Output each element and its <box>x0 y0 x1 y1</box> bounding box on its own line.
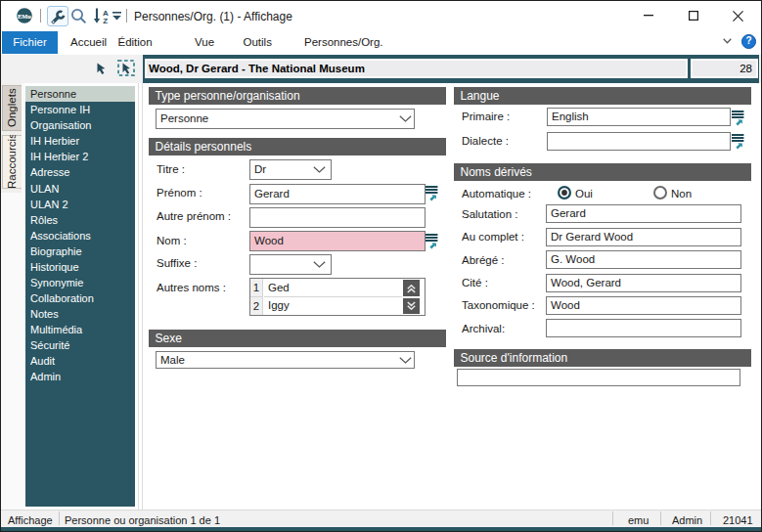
svg-text:EMu: EMu <box>18 13 31 20</box>
svg-text:Z: Z <box>103 17 108 24</box>
svg-text:A: A <box>103 9 109 18</box>
